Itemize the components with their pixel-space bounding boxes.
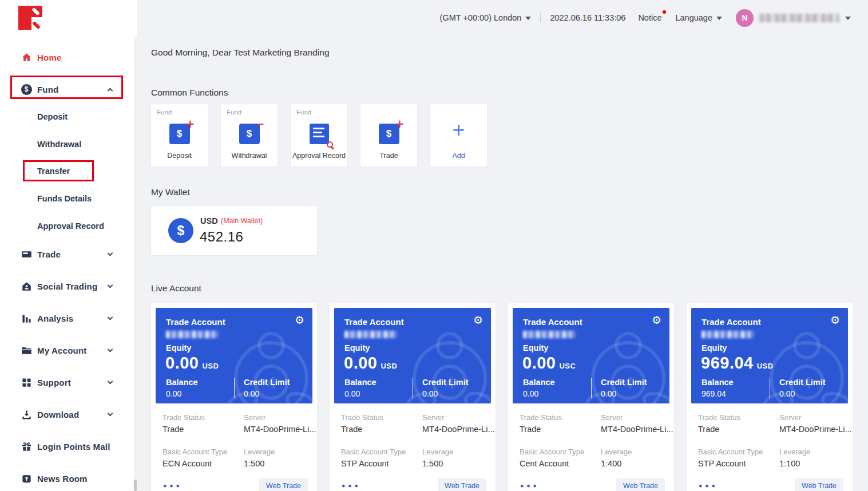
sidebar-item-login-points-mall[interactable]: Login Points Mall xyxy=(0,438,137,454)
gear-icon[interactable]: ⚙ xyxy=(473,315,483,326)
credit-limit-block: Credit Limit 0.00 xyxy=(413,378,491,398)
sidebar-scrollbar-track[interactable] xyxy=(134,37,137,491)
notice-button[interactable]: Notice xyxy=(638,13,661,23)
app-screen: Home $ Fund Deposit Withdrawal Transfer … xyxy=(0,0,868,491)
sidebar-scrollbar-thumb[interactable] xyxy=(134,480,137,491)
brand-logo[interactable] xyxy=(18,6,42,30)
account-title: Trade Account xyxy=(166,317,225,327)
avatar[interactable]: N xyxy=(736,9,754,27)
gear-icon[interactable]: ⚙ xyxy=(830,315,840,326)
balance-block: Balance 969.04 xyxy=(691,378,770,398)
equity-currency: USD xyxy=(202,362,219,370)
account-card: 4 Trade Account ⚙ Equity 969.04USD Balan… xyxy=(687,303,853,491)
leverage-value: 1:500 xyxy=(422,459,443,468)
web-trade-button[interactable]: Web Trade xyxy=(438,478,486,491)
gift-icon xyxy=(21,441,32,452)
account-card: 4 Trade Account ⚙ Equity 0.00USD Balance… xyxy=(330,303,496,491)
plus-badge-icon: + xyxy=(395,117,405,130)
more-actions-ellipsis-icon[interactable]: ••• xyxy=(698,482,718,490)
logo-slash-top xyxy=(31,7,40,16)
function-card-add[interactable]: + Add xyxy=(430,104,487,167)
account-summary-panel: 4 Trade Account ⚙ Equity 969.04USD Balan… xyxy=(691,308,848,403)
greeting-text: Good Morning, Dear Test Marketing Brandi… xyxy=(151,47,330,58)
minus-badge-icon: − xyxy=(256,117,265,130)
account-type-value: STP Account xyxy=(341,459,389,468)
more-actions-ellipsis-icon[interactable]: ••• xyxy=(162,482,182,490)
credit-limit-value: 0.00 xyxy=(244,389,312,398)
sidebar-item-social-trading[interactable]: Social Trading xyxy=(0,278,137,294)
trade-dollar-icon: $+ xyxy=(379,124,399,144)
sidebar-item-home[interactable]: Home xyxy=(0,49,137,65)
username-redacted xyxy=(759,14,839,22)
equity-currency: USC xyxy=(559,362,576,370)
plus-badge-icon: + xyxy=(186,117,195,130)
trade-status-value: Trade xyxy=(698,425,719,434)
caret-down-icon xyxy=(716,17,722,20)
credit-limit-block: Credit Limit 0.00 xyxy=(770,378,848,398)
function-card-approval-record[interactable]: Fund Approval Record xyxy=(291,104,347,167)
deposit-dollar-icon: $+ xyxy=(169,124,190,144)
sidebar-subitem-funds-details[interactable]: Funds Details xyxy=(0,191,137,206)
account-card: 4 Trade Account ⚙ Equity 0.00USC Balance… xyxy=(508,303,674,491)
trade-status-value: Trade xyxy=(520,425,541,434)
sidebar-subitem-approval-record[interactable]: Approval Record xyxy=(0,219,137,233)
server-value: MT4-DooPrime-Li... xyxy=(601,425,673,434)
user-menu[interactable]: N xyxy=(736,9,851,27)
leverage-value: 1:400 xyxy=(601,459,621,468)
account-number-redacted xyxy=(701,331,754,338)
timezone-selector[interactable]: (GMT +00:00) London xyxy=(440,13,532,22)
account-type-value: STP Account xyxy=(698,459,746,468)
web-trade-button[interactable]: Web Trade xyxy=(616,478,665,491)
credit-limit-value: 0.00 xyxy=(779,389,848,398)
function-card-trade[interactable]: $+ Trade xyxy=(360,104,417,167)
sidebar-item-my-account[interactable]: My Account xyxy=(0,342,137,358)
balance-block: Balance 0.00 xyxy=(156,378,234,398)
more-actions-ellipsis-icon[interactable]: ••• xyxy=(341,482,360,490)
chevron-down-icon xyxy=(108,347,113,353)
chevron-down-icon xyxy=(108,411,113,417)
more-actions-ellipsis-icon[interactable]: ••• xyxy=(520,482,539,490)
wallet-card[interactable]: $ USD (Main Wallet) 452.16 xyxy=(151,206,317,255)
account-summary-panel: 4 Trade Account ⚙ Equity 0.00USC Balance… xyxy=(513,308,669,403)
chevron-down-icon xyxy=(108,315,113,320)
news-room-icon xyxy=(21,473,32,484)
section-title-live-account: Live Account xyxy=(151,283,201,294)
approval-record-document-icon xyxy=(310,124,329,144)
account-type-value: Cent Account xyxy=(520,459,569,468)
account-summary-panel: 4 Trade Account ⚙ Equity 0.00USD Balance… xyxy=(334,308,491,403)
sidebar-item-analysis[interactable]: Analysis xyxy=(0,310,137,326)
credit-limit-block: Credit Limit 0.00 xyxy=(234,378,312,398)
annotation-box-fund xyxy=(10,76,123,99)
balance-value: 0.00 xyxy=(166,389,234,398)
account-number-redacted xyxy=(166,331,219,338)
equity-value: 0.00 xyxy=(165,354,199,372)
search-icon xyxy=(327,141,333,148)
sidebar-item-trade[interactable]: Trade xyxy=(0,246,137,262)
sidebar-item-news-room[interactable]: News Room xyxy=(0,470,137,486)
equity-label: Equity xyxy=(166,343,191,353)
function-card-deposit[interactable]: Fund $+ Deposit xyxy=(151,104,208,167)
gear-icon[interactable]: ⚙ xyxy=(295,315,304,326)
sidebar-item-download[interactable]: Download xyxy=(0,406,137,422)
account-card: 4 Trade Account ⚙ Equity 0.00USD Balance… xyxy=(151,303,317,491)
section-title-my-wallet: My Wallet xyxy=(151,187,189,197)
equity-label: Equity xyxy=(701,343,727,353)
equity-value: 969.04 xyxy=(701,354,754,372)
wallet-amount: 452.16 xyxy=(200,229,243,245)
balance-block: Balance 0.00 xyxy=(334,378,413,398)
server-value: MT4-DooPrime-Li... xyxy=(422,425,495,434)
annotation-box-transfer xyxy=(23,160,94,181)
web-trade-button[interactable]: Web Trade xyxy=(259,478,308,491)
wallet-dollar-icon: $ xyxy=(168,218,193,243)
web-trade-button[interactable]: Web Trade xyxy=(795,478,843,491)
chevron-down-icon xyxy=(108,251,113,256)
datetime-label: 2022.06.16 11:33:06 xyxy=(550,13,625,22)
function-card-withdrawal[interactable]: Fund $− Withdrawal xyxy=(221,104,278,167)
sidebar-subitem-deposit[interactable]: Deposit xyxy=(0,109,137,124)
account-title: Trade Account xyxy=(701,317,761,327)
gear-icon[interactable]: ⚙ xyxy=(652,315,661,326)
trade-status-value: Trade xyxy=(162,425,184,434)
sidebar-item-support[interactable]: Support xyxy=(0,374,137,390)
sidebar-subitem-withdrawal[interactable]: Withdrawal xyxy=(0,137,137,152)
language-selector[interactable]: Language xyxy=(675,13,722,22)
